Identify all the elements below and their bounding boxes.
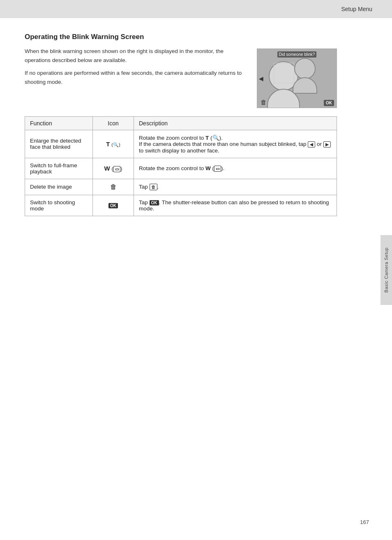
col-header-icon: Icon [93,117,134,130]
w-icon: W [104,165,110,172]
row3-icon-cell: 🗑 [93,179,134,195]
camera-preview: Did someone blink? ◀ 🗑 OK [257,48,337,108]
intro-paragraph-2: If no operations are performed within a … [25,69,247,86]
intro-text: When the blink warning screen shown on t… [25,47,247,86]
col-header-function: Function [25,117,93,130]
ok-desc-icon: OK [150,200,159,205]
section-title: Operating the Blink Warning Screen [25,33,337,41]
preview-delete-icon: 🗑 [261,99,267,106]
sidebar-tab-label: Basic Camera Setup [384,247,389,293]
preview-arrow-icon: ◀ [259,75,263,82]
wide-box-icon: ▭ [113,166,120,172]
table-row: Switch to full-frame playback W (▭) Rota… [25,158,337,179]
col-header-description: Description [134,117,337,130]
row1-function: Enlarge the detected face that blinked [25,130,93,158]
table-row: Delete the image 🗑 Tap 🗑. [25,179,337,195]
preview-ok-button: OK [324,100,334,106]
row3-description: Tap 🗑. [134,179,337,195]
face-rect [274,63,294,83]
row3-function-label: Delete the image [30,184,72,190]
row4-function: Switch to shooting mode [25,195,93,216]
page-number: 167 [360,519,369,525]
row1-description: Rotate the zoom control to T (🔍). If the… [134,130,337,158]
row2-description: Rotate the zoom control to W (▭). [134,158,337,179]
row2-function-label: Switch to full-frame playback [30,162,77,175]
header-title: Setup Menu [341,6,373,12]
row4-description: Tap OK. The shutter-release button can a… [134,195,337,216]
intro-row: When the blink warning screen shown on t… [25,47,337,108]
sidebar-tab: Basic Camera Setup [380,235,392,305]
camera-preview-inner: Did someone blink? ◀ 🗑 OK [257,49,337,108]
w-box-icon: (▭) [111,166,122,172]
row2-function: Switch to full-frame playback [25,158,93,179]
w-box-desc-icon: ▭ [214,166,221,172]
table-row: Enlarge the detected face that blinked T… [25,130,337,158]
main-content: Operating the Blink Warning Screen When … [0,18,362,233]
t-icon: T [106,141,110,148]
ok-icon: OK [108,203,118,208]
table-header-row: Function Icon Description [25,117,337,130]
bold-t: T [205,135,209,141]
intro-paragraph-1: When the blink warning screen shown on t… [25,47,247,65]
row2-icon-cell: W (▭) [93,158,134,179]
q-icon: (🔍) [111,142,120,147]
row1-icon-cell: T (🔍) [93,130,134,158]
row1-function-label: Enlarge the detected face that blinked [30,138,81,150]
trash-icon: 🗑 [110,183,117,190]
header-bar: Setup Menu [0,0,392,18]
table-row: Switch to shooting mode OK Tap OK. The s… [25,195,337,216]
q-symbol: 🔍 [212,135,219,141]
function-table: Function Icon Description Enlarge the de… [25,116,337,216]
row4-icon-cell: OK [93,195,134,216]
next-face-icon: ▶ [323,141,331,148]
row3-function: Delete the image [25,179,93,195]
row4-function-label: Switch to shooting mode [30,199,75,212]
trash-outline-icon: 🗑 [150,184,157,190]
prev-face-icon: ◀ [308,141,315,148]
bold-w: W [205,165,211,171]
face-circle-small [294,58,316,79]
preview-top-bar-label: Did someone blink? [277,51,317,58]
